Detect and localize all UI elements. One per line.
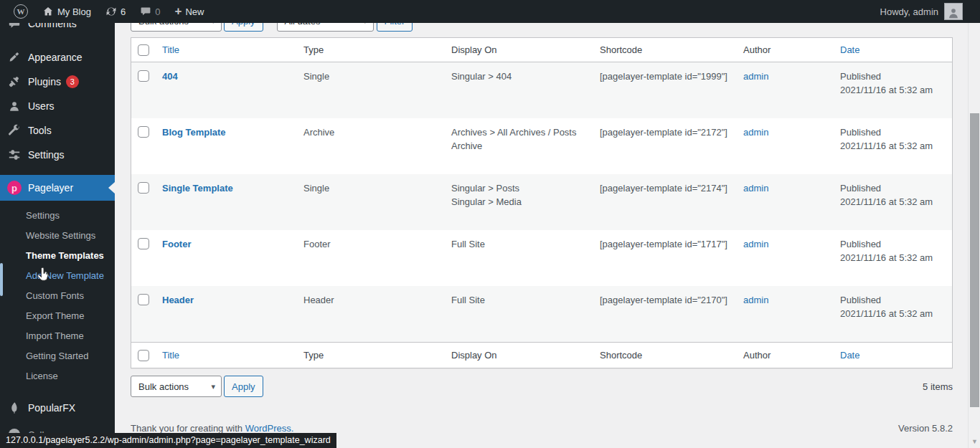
author-link[interactable]: admin [743,239,768,249]
admin-bar: W My Blog 6 0 + New Howdy, admin [0,0,980,23]
select-all-checkbox[interactable] [138,350,149,361]
plus-icon: + [174,5,182,17]
publish-date: 2021/11/16 at 5:32 am [840,84,945,97]
column-footer-title[interactable]: Title [162,350,179,361]
column-footer-type: Type [296,350,444,361]
template-title-link[interactable]: Footer [162,239,191,249]
table-row: Single Template Single Singular > PostsS… [131,174,952,230]
settings-icon [7,148,22,162]
main-content: Bulk actions ▾ Apply All dates ▾ Filter … [115,23,968,448]
pagelayer-icon: p [7,181,22,195]
select-all-checkbox[interactable] [138,44,149,56]
table-header-row: Title Type Display On Shortcode Author D… [131,38,952,62]
sidebar-item-users[interactable]: Users [0,94,115,118]
pagelayer-submenu: Settings Website Settings Theme Template… [0,201,115,391]
column-header-date[interactable]: Date [840,44,859,55]
chevron-down-icon: ▾ [363,23,367,26]
comment-count: 0 [155,6,160,17]
template-title-link[interactable]: Header [162,295,194,305]
row-checkbox[interactable] [138,182,149,194]
display-rule: Archives > All Archives / Posts Archive [451,126,585,153]
sidebar-item-pagelayer[interactable]: p Pagelayer [0,175,115,201]
column-footer-shortcode: Shortcode [593,350,736,361]
template-title-link[interactable]: Single Template [162,183,233,194]
submenu-item-website-settings[interactable]: Website Settings [0,225,115,245]
admin-footer: Thank you for creating with WordPress. V… [131,423,953,434]
column-header-type: Type [296,44,444,55]
row-checkbox[interactable] [138,126,149,138]
author-link[interactable]: admin [743,295,768,305]
apply-button-bottom[interactable]: Apply [224,376,263,397]
filter-button[interactable]: Filter [377,23,413,32]
submenu-item-license[interactable]: License [0,366,115,386]
howdy-text[interactable]: Howdy, admin [880,6,938,17]
chevron-down-icon: ▾ [211,382,215,391]
column-footer-date[interactable]: Date [840,350,859,361]
column-header-author: Author [736,44,833,55]
row-checkbox[interactable] [138,294,149,305]
new-content-menu[interactable]: + New [168,0,210,23]
sidebar-item-popularfx[interactable]: PopularFX [0,396,115,420]
template-display-on: Archives > All Archives / Posts Archive [444,118,593,153]
sidebar-item-settings[interactable]: Settings [0,143,115,167]
template-shortcode: [pagelayer-template id="2170"] [593,286,736,308]
plugins-update-badge: 3 [66,75,79,88]
author-link[interactable]: admin [743,183,768,194]
template-title-link[interactable]: 404 [162,71,178,82]
display-rule: Full Site [451,238,585,252]
users-icon [7,99,22,113]
bulk-actions-select-bottom[interactable]: Bulk actions ▾ [131,376,222,397]
sidebar-item-label: Users [28,100,55,112]
column-header-title[interactable]: Title [162,44,179,55]
template-title-link[interactable]: Blog Template [162,127,226,138]
wordpress-link[interactable]: WordPress. [245,423,294,434]
author-link[interactable]: admin [743,71,768,82]
submenu-item-import-theme[interactable]: Import Theme [0,325,115,345]
sidebar-item-tools[interactable]: Tools [0,118,115,143]
submenu-item-add-new-template[interactable]: Add New Template [0,265,115,285]
sidebar-item-label: Appearance [28,52,83,63]
bulk-actions-select-top[interactable]: Bulk actions ▾ [131,23,222,32]
publish-date: 2021/11/16 at 5:32 am [840,140,945,153]
scrollbar-thumb[interactable] [970,113,979,407]
all-dates-select[interactable]: All dates ▾ [277,23,374,32]
template-type: Archive [296,118,444,140]
row-checkbox[interactable] [138,238,149,249]
sidebar-item-label: Settings [28,149,65,161]
sidebar-item-appearance[interactable]: Appearance [0,45,115,70]
comment-bubble-icon [140,6,151,17]
wordpress-logo-menu[interactable]: W [7,0,34,23]
display-rule: Singular > 404 [451,70,585,84]
template-type: Footer [296,230,444,252]
template-display-on: Full Site [444,286,593,308]
sidebar-item-plugins[interactable]: Plugins 3 [0,70,115,94]
author-link[interactable]: admin [743,127,768,138]
page-scrollbar[interactable]: ▲ ▼ [968,0,980,448]
row-checkbox[interactable] [138,70,149,82]
comments-icon [7,23,22,31]
site-menu[interactable]: My Blog [36,0,98,23]
submenu-item-getting-started[interactable]: Getting Started [0,345,115,366]
updates-menu[interactable]: 6 [99,0,132,23]
sidebar-item-label: Plugins [28,76,61,87]
active-menu-arrow [108,182,115,194]
sidebar-scrollbar-thumb[interactable] [0,263,3,296]
scrollbar-down-arrow[interactable]: ▼ [969,438,980,445]
submenu-item-export-theme[interactable]: Export Theme [0,305,115,325]
apply-button-top[interactable]: Apply [224,23,263,32]
column-footer-author: Author [736,350,833,361]
display-rule: Full Site [451,294,585,308]
sidebar-item-comments[interactable]: Comments [0,23,115,36]
table-footer-row: Title Type Display On Shortcode Author D… [131,342,952,368]
submenu-item-theme-templates[interactable]: Theme Templates [0,245,115,265]
thank-you-prefix: Thank you for creating with [131,423,245,434]
template-shortcode: [pagelayer-template id="2174"] [593,174,736,196]
avatar[interactable] [944,3,963,20]
comments-menu[interactable]: 0 [133,0,166,23]
publish-date: 2021/11/16 at 5:32 am [840,308,945,321]
version-text: Version 5.8.2 [898,423,953,434]
submenu-item-custom-fonts[interactable]: Custom Fonts [0,285,115,305]
publish-status: Published [840,126,945,140]
bulk-actions-label: Bulk actions [138,381,189,392]
submenu-item-settings[interactable]: Settings [0,205,115,225]
